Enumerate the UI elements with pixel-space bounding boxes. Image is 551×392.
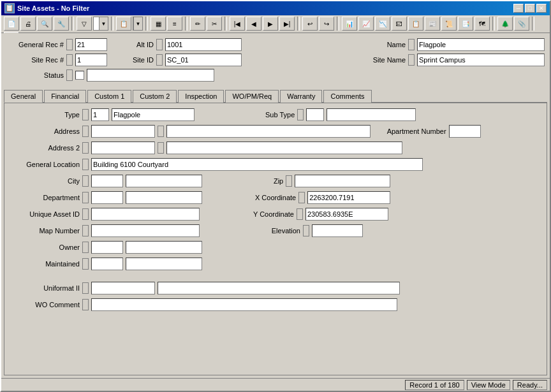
scissors-button[interactable]: ✂ [207,17,222,31]
tab-inspection[interactable]: Inspection [178,90,224,103]
address2-input1[interactable] [91,142,155,154]
minimize-button[interactable]: ─ [513,4,524,13]
edit-button[interactable]: ✏ [190,17,205,31]
dept-xcoord-row: Department X Coordinate [10,191,541,204]
department-label: Department [10,194,80,201]
city-indicator [82,175,89,187]
list-button[interactable]: ≡ [167,17,182,31]
attach-button[interactable]: 📎 [514,17,529,31]
general-location-input[interactable] [91,158,423,171]
status-checkbox[interactable] [75,71,84,80]
wo-comment-label: WO Comment [10,301,80,309]
alt-id-input[interactable] [165,38,242,51]
tree-button[interactable]: 🌲 [497,17,513,31]
owner-label: Owner [10,243,80,251]
type-code-input[interactable] [91,108,109,121]
x-coord-input[interactable] [307,191,390,204]
view-dropdown[interactable]: ▼ [133,17,143,31]
unique-asset-label: Unique Asset ID [10,210,80,218]
sub-type-name-input[interactable] [327,108,416,121]
wo-comment-input[interactable] [91,298,397,311]
view-arrow[interactable]: ▼ [133,17,142,30]
status-input[interactable] [87,69,214,82]
general-rec-input[interactable] [75,38,107,51]
filter-button[interactable]: ▽ [77,17,92,31]
toolbar: 📄 🖨 🔍 🔧 ▽ ▼ 📋 ▼ ▦ ≡ ✏ ✂ |◀ ◀ ▶ ▶| ↩ ↪ 📊 … [1,15,550,33]
window-title: Site Assets - No Filter [17,4,89,12]
owner-code-input[interactable] [91,241,123,254]
general-rec-label: General Rec # [6,41,64,48]
tab-comments[interactable]: Comments [323,90,371,103]
title-bar: 📋 Site Assets - No Filter ─ □ ✕ [1,1,550,15]
city-name-input[interactable] [126,175,202,187]
address-input2[interactable] [166,125,371,138]
tools-button[interactable]: 🔧 [54,17,69,31]
tab-warranty[interactable]: Warranty [280,90,322,103]
chart7-button[interactable]: 📜 [441,17,457,31]
maintained-row: Maintained [10,258,541,270]
dept-name-input[interactable] [126,191,202,204]
zip-input[interactable] [295,175,390,187]
map-number-input[interactable] [91,224,200,237]
maximize-button[interactable]: □ [525,4,535,13]
tab-general[interactable]: General [4,90,43,103]
maintained-code-input[interactable] [91,258,123,270]
unique-asset-input[interactable] [91,208,200,221]
chart2-button[interactable]: 📈 [358,17,374,31]
forward-button[interactable]: ↪ [319,17,334,31]
elevation-label: Elevation [249,227,300,235]
back-button[interactable]: ↩ [302,17,318,31]
status-indicator [66,69,73,81]
apartment-number-input[interactable] [449,125,481,138]
sep7 [337,17,339,31]
chart3-button[interactable]: 📉 [375,17,390,31]
address2-input2[interactable] [166,142,402,154]
owner-name-input[interactable] [126,241,202,254]
tab-wo-pm-req[interactable]: WO/PM/Req [225,90,279,103]
map-number-indicator [82,225,89,236]
tab-custom1[interactable]: Custom 1 [87,90,131,103]
header-row2: Site Rec # Site ID Site Name [6,54,545,66]
uniformat-row: Uniformat II [10,282,541,294]
search-button[interactable]: 🔍 [37,17,52,31]
prev-button[interactable]: ◀ [246,17,261,31]
chart4-button[interactable]: 🗠 [392,17,407,31]
dept-code-input[interactable] [91,191,123,204]
map-button[interactable]: 🗺 [474,17,490,31]
sub-type-label: Sub Type [253,111,295,119]
unique-asset-indicator [82,208,89,220]
view-button[interactable]: 📋 [116,17,131,31]
filter-arrow[interactable]: ▼ [99,17,108,30]
name-input[interactable] [417,38,545,51]
first-button[interactable]: |◀ [230,17,245,31]
last-button[interactable]: ▶| [279,17,295,31]
city-code-input[interactable] [91,175,123,187]
tab-custom2[interactable]: Custom 2 [133,90,177,103]
site-name-input[interactable] [417,54,545,66]
chart5-button[interactable]: 📋 [408,17,423,31]
uniformat-name-input[interactable] [158,282,400,294]
uniformat-code-input[interactable] [91,282,155,294]
app-icon: 📋 [4,3,15,13]
chart6-button[interactable]: 📰 [425,17,440,31]
close-button[interactable]: ✕ [536,4,547,13]
chart8-button[interactable]: 📑 [458,17,473,31]
ready-status: Ready... [513,380,547,390]
next-button[interactable]: ▶ [263,17,278,31]
chart1-button[interactable]: 📊 [342,17,357,31]
site-id-input[interactable] [165,54,242,66]
filter-dropdown[interactable]: ▼ [93,17,108,31]
address-input1[interactable] [91,125,155,138]
print-button[interactable]: 🖨 [20,17,36,31]
elevation-input[interactable] [312,224,363,237]
site-rec-input[interactable] [75,54,107,66]
general-form: Type Sub Type Address [10,108,541,312]
type-name-input[interactable] [112,108,195,121]
sub-type-code-input[interactable] [306,108,324,121]
maintained-name-input[interactable] [126,258,202,270]
new-button[interactable]: 📄 [4,17,19,31]
tab-financial[interactable]: Financial [44,90,86,103]
sep9 [532,17,534,31]
y-coord-input[interactable] [305,208,388,221]
grid-button[interactable]: ▦ [151,17,166,31]
